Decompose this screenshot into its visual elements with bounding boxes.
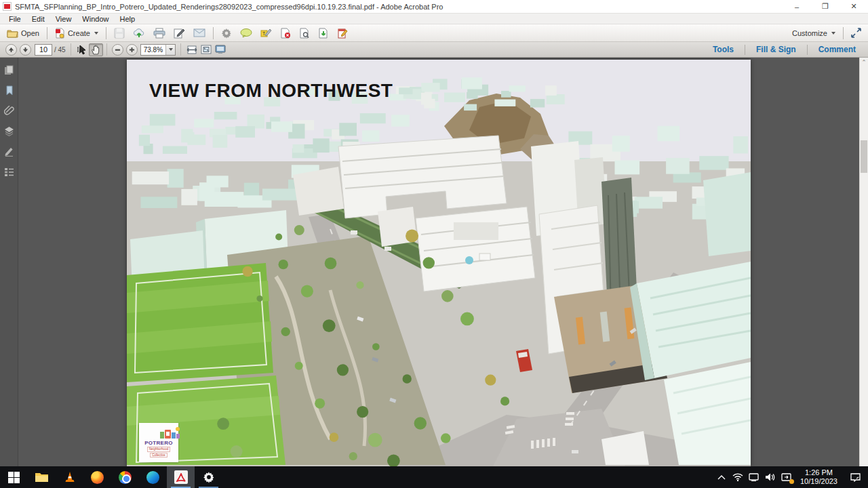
menu-view[interactable]: View — [50, 15, 77, 23]
zoom-in-button[interactable] — [126, 44, 138, 56]
action-center-icon[interactable] — [844, 466, 867, 488]
fit-page-button[interactable] — [199, 43, 213, 56]
acrobat-taskbar-button[interactable] — [167, 466, 195, 488]
navigation-toolbar: / 45 73.8% Tools Fi — [0, 42, 868, 58]
fill-sign-button[interactable]: Fill & Sign — [748, 43, 804, 57]
save-optimized-button[interactable] — [314, 26, 333, 40]
folder-open-icon — [7, 28, 18, 38]
edge-icon — [146, 471, 159, 484]
email-button[interactable] — [189, 26, 210, 40]
minimize-button[interactable]: – — [783, 0, 811, 13]
save-icon — [114, 28, 125, 39]
wifi-icon[interactable] — [730, 466, 745, 488]
speaker-icon[interactable] — [763, 466, 778, 488]
tray-chevron-icon[interactable] — [714, 466, 729, 488]
customize-button[interactable]: Customize — [788, 26, 840, 40]
document-download-icon — [318, 28, 329, 39]
vertical-scrollbar[interactable]: ⌃ — [859, 58, 868, 466]
close-button[interactable]: ✕ — [840, 0, 868, 13]
open-button[interactable]: Open — [3, 26, 43, 40]
highlight-text-icon: T — [260, 28, 272, 39]
sign-icon — [174, 28, 185, 39]
thumbnails-icon[interactable] — [3, 64, 15, 76]
clock-time: 1:26 PM — [800, 468, 837, 477]
signatures-icon[interactable] — [3, 146, 15, 157]
pdf-page-rendering — [127, 60, 751, 466]
edge-button[interactable] — [139, 466, 167, 488]
document-properties-button[interactable] — [295, 26, 314, 40]
cloud-upload-icon — [133, 28, 145, 38]
window-title: SFMTA_SFPlanning_BP_Intro_Potrero_Update… — [15, 3, 443, 11]
previous-page-button[interactable] — [5, 44, 17, 56]
window-titlebar: SFMTA_SFPlanning_BP_Intro_Potrero_Update… — [0, 0, 868, 14]
page-number-input[interactable] — [35, 44, 52, 56]
fill-form-button[interactable] — [333, 26, 352, 40]
fit-width-icon — [186, 45, 197, 54]
page-total-label: / 45 — [54, 46, 66, 54]
menu-edit[interactable]: Edit — [26, 15, 50, 23]
expand-toolbar-button[interactable] — [847, 26, 865, 40]
zoom-out-icon — [115, 47, 121, 53]
pdf-viewport[interactable]: VIEW FROM NORTHWEST POTRERO Neighborhood… — [18, 58, 859, 466]
menu-window[interactable]: Window — [77, 15, 114, 23]
acrobat-icon — [174, 470, 188, 484]
navigation-pane-sidebar — [0, 58, 18, 466]
next-page-button[interactable] — [20, 44, 31, 56]
system-tray: 1:26 PM 10/19/2023 — [714, 466, 868, 488]
form-edit-icon — [337, 28, 348, 39]
file-explorer-icon — [35, 472, 49, 483]
content-order-icon[interactable] — [3, 166, 15, 178]
potrero-logo-sub2: Collective — [150, 453, 167, 458]
previous-page-icon — [8, 47, 14, 53]
settings-icon — [203, 471, 215, 483]
scrollbar-up-arrow[interactable]: ⌃ — [860, 58, 868, 67]
file-explorer-button[interactable] — [28, 466, 56, 488]
create-button[interactable]: Create — [51, 26, 102, 40]
scrollbar-thumb[interactable] — [861, 140, 867, 173]
share-cloud-button[interactable] — [129, 26, 149, 40]
slide-title: VIEW FROM NORTHWEST — [149, 80, 393, 102]
cast-display-icon[interactable] — [747, 466, 762, 488]
fit-width-button[interactable] — [184, 43, 199, 56]
attachments-icon[interactable] — [3, 105, 15, 117]
zoom-level-control[interactable]: 73.8% — [140, 44, 176, 56]
zoom-dropdown-button[interactable] — [165, 45, 175, 55]
vlc-button[interactable] — [56, 466, 83, 488]
settings-taskbar-button[interactable] — [195, 466, 222, 488]
tools-button[interactable]: Tools — [705, 43, 742, 57]
reading-mode-button[interactable] — [213, 43, 227, 56]
zoom-out-button[interactable] — [112, 44, 123, 56]
clock-date: 10/19/2023 — [800, 477, 837, 486]
save-button[interactable] — [110, 26, 129, 40]
highlight-text-button[interactable]: T — [256, 26, 276, 40]
chrome-icon — [119, 471, 132, 484]
customize-caret-icon — [831, 32, 835, 35]
status-dot — [789, 479, 794, 484]
restore-button[interactable]: ❐ — [811, 0, 840, 13]
preferences-button[interactable] — [217, 26, 236, 40]
select-tool-icon — [77, 45, 86, 55]
remove-hidden-info-button[interactable] — [276, 26, 295, 40]
print-button[interactable] — [149, 26, 170, 40]
taskbar-clock[interactable]: 1:26 PM 10/19/2023 — [795, 468, 842, 486]
document-area: VIEW FROM NORTHWEST POTRERO Neighborhood… — [0, 58, 868, 466]
bookmarks-icon[interactable] — [3, 85, 15, 96]
chrome-button[interactable] — [111, 466, 139, 488]
sign-document-button[interactable] — [170, 26, 189, 40]
potrero-logo-name: POTRERO — [144, 440, 173, 446]
screen-share-icon[interactable] — [779, 466, 794, 488]
hand-tool-button[interactable] — [89, 43, 103, 56]
vlc-icon — [64, 471, 76, 483]
layers-icon[interactable] — [3, 125, 15, 137]
firefox-button[interactable] — [83, 466, 111, 488]
email-icon — [193, 28, 205, 37]
select-tool-button[interactable] — [75, 43, 89, 56]
create-pdf-icon — [55, 28, 65, 39]
menu-file[interactable]: File — [3, 15, 26, 23]
pdf-page: VIEW FROM NORTHWEST POTRERO Neighborhood… — [127, 60, 751, 466]
acrobat-doc-icon — [3, 2, 12, 11]
add-note-button[interactable] — [236, 26, 256, 40]
menu-help[interactable]: Help — [114, 15, 140, 23]
start-button[interactable] — [0, 466, 28, 488]
comment-button[interactable]: Comment — [810, 43, 864, 57]
